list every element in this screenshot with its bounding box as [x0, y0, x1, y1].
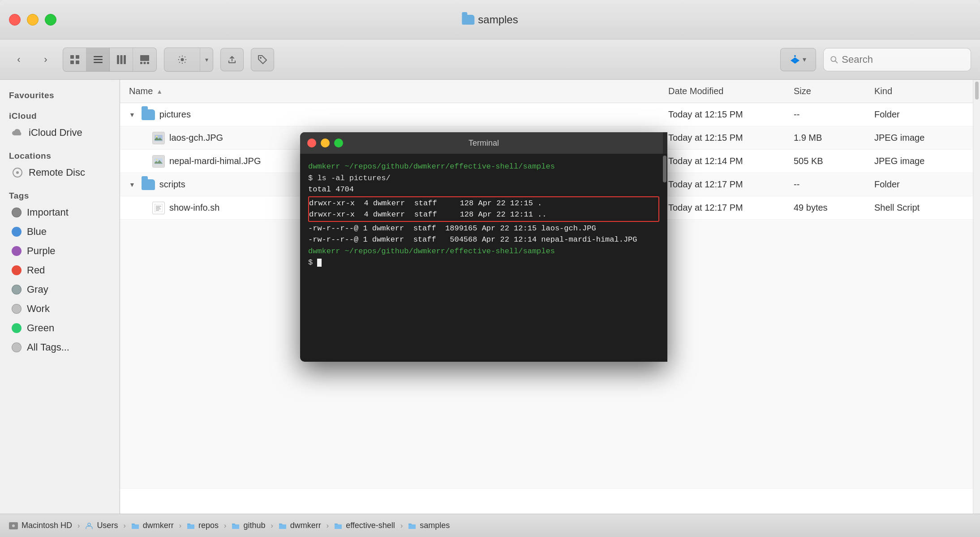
tag-button[interactable]	[251, 48, 274, 71]
sidebar-item-icloud-drive[interactable]: iCloud Drive	[3, 123, 117, 142]
terminal-line-laos: -rw-r--r--@ 1 dwmkerr staff 1899165 Apr …	[308, 223, 659, 234]
breadcrumb-sep: ›	[400, 522, 403, 530]
terminal-maximize-button[interactable]	[334, 139, 343, 147]
col-date-header[interactable]: Date Modified	[661, 86, 787, 96]
col-size-header[interactable]: Size	[787, 86, 867, 96]
sidebar-item-gray[interactable]: Gray	[3, 280, 117, 299]
breadcrumb-github[interactable]: github	[232, 521, 265, 530]
col-kind-header[interactable]: Kind	[867, 86, 966, 96]
folder-icon	[142, 179, 155, 190]
breadcrumb-label: dwmkerr	[290, 521, 321, 530]
breadcrumb-users[interactable]: Users	[85, 521, 118, 530]
column-view-button[interactable]	[110, 48, 133, 71]
svg-point-15	[260, 57, 262, 59]
breadcrumb-samples[interactable]: samples	[408, 521, 450, 530]
icon-view-button[interactable]	[63, 48, 86, 71]
table-row[interactable]: ▼ pictures Today at 12:15 PM -- Folder	[120, 103, 973, 126]
breadcrumb-dwmkerr1[interactable]: dwmkerr	[131, 521, 174, 530]
file-kind: Folder	[867, 109, 966, 120]
status-bar: Macintosh HD › Users › dwmkerr › repos	[0, 514, 980, 537]
breadcrumb-dwmkerr2[interactable]: dwmkerr	[279, 521, 321, 530]
breadcrumb-label: Macintosh HD	[21, 521, 72, 530]
terminal-scrollbar-thumb	[663, 156, 666, 182]
important-tag-dot	[12, 208, 21, 217]
view-switcher	[63, 48, 157, 72]
sidebar-item-red[interactable]: Red	[3, 261, 117, 280]
minimize-button[interactable]	[27, 14, 39, 26]
breadcrumb-sep: ›	[77, 522, 80, 530]
terminal-line-path: dwmkerr ~/repos/github/dwmkerr/effective…	[308, 161, 659, 173]
red-label: Red	[27, 264, 45, 276]
svg-rect-7	[117, 55, 119, 64]
work-label: Work	[27, 303, 50, 315]
gear-dropdown-button[interactable]: ▾	[200, 48, 213, 71]
file-kind: JPEG image	[867, 156, 966, 166]
terminal-line-path2: dwmkerr ~/repos/github/dwmkerr/effective…	[308, 246, 659, 257]
dropbox-button[interactable]: ▾	[780, 48, 816, 71]
sidebar-item-green[interactable]: Green	[3, 319, 117, 338]
breadcrumb-sep: ›	[271, 522, 273, 530]
sidebar-item-blue[interactable]: Blue	[3, 222, 117, 241]
svg-rect-10	[140, 55, 149, 61]
forward-button[interactable]: ›	[36, 50, 56, 69]
column-headers: Name ▲ Date Modified Size Kind	[120, 80, 973, 103]
sidebar-item-important[interactable]: Important	[3, 203, 117, 222]
terminal-close-button[interactable]	[307, 139, 316, 147]
blue-label: Blue	[27, 226, 47, 238]
terminal-scrollbar[interactable]	[662, 154, 667, 362]
file-size: 505 KB	[787, 156, 867, 166]
file-size: --	[787, 109, 867, 120]
svg-rect-0	[70, 55, 74, 59]
col-name-label: Name	[129, 86, 153, 96]
back-button[interactable]: ‹	[9, 50, 29, 69]
breadcrumb-label: samples	[420, 521, 450, 530]
svg-rect-8	[120, 55, 122, 64]
sidebar-item-all-tags[interactable]: All Tags...	[3, 338, 117, 357]
file-name-cell: ▼ pictures	[120, 109, 661, 120]
sidebar-item-purple[interactable]: Purple	[3, 242, 117, 260]
svg-point-24	[156, 159, 158, 160]
breadcrumb-macintosh-hd[interactable]: Macintosh HD	[9, 521, 72, 530]
col-name-header[interactable]: Name ▲	[120, 86, 661, 96]
list-view-button[interactable]	[86, 48, 110, 71]
file-date: Today at 12:15 PM	[661, 109, 787, 120]
terminal-title-bar: Terminal	[300, 132, 667, 154]
breadcrumb-label: github	[243, 521, 265, 530]
terminal-minimize-button[interactable]	[321, 139, 330, 147]
gallery-view-button[interactable]	[133, 48, 156, 71]
disclosure-triangle[interactable]: ▼	[129, 181, 135, 188]
image-icon	[152, 155, 165, 168]
svg-point-14	[181, 58, 184, 61]
svg-rect-4	[94, 56, 103, 57]
file-size: 1.9 MB	[787, 133, 867, 143]
svg-rect-3	[76, 61, 79, 64]
important-label: Important	[27, 207, 69, 218]
title-folder-icon	[462, 15, 474, 25]
gray-label: Gray	[27, 284, 48, 295]
terminal-cursor	[317, 259, 322, 267]
breadcrumb-repos[interactable]: repos	[187, 521, 219, 530]
green-label: Green	[27, 322, 54, 334]
close-button[interactable]	[9, 14, 21, 26]
terminal-line-prompt: $	[308, 257, 659, 268]
sidebar-item-remote-disc[interactable]: Remote Disc	[3, 163, 117, 182]
file-name: laos-gch.JPG	[169, 133, 223, 143]
all-tags-label: All Tags...	[27, 342, 69, 353]
share-button[interactable]	[220, 48, 244, 71]
breadcrumb-effective-shell[interactable]: effective-shell	[334, 521, 395, 530]
search-input[interactable]	[842, 54, 964, 65]
gear-button[interactable]	[164, 48, 200, 71]
breadcrumb-label: Users	[97, 521, 118, 530]
col-kind-label: Kind	[874, 86, 892, 96]
terminal-body[interactable]: dwmkerr ~/repos/github/dwmkerr/effective…	[300, 154, 667, 362]
sort-arrow: ▲	[156, 88, 163, 95]
file-date: Today at 12:17 PM	[661, 179, 787, 190]
col-size-label: Size	[794, 86, 811, 96]
sidebar-item-work[interactable]: Work	[3, 299, 117, 318]
search-box[interactable]	[823, 48, 971, 71]
disclosure-triangle[interactable]: ▼	[129, 111, 135, 118]
svg-rect-13	[147, 62, 149, 64]
main-scrollbar[interactable]	[973, 80, 980, 514]
maximize-button[interactable]	[45, 14, 56, 26]
purple-tag-dot	[12, 246, 21, 256]
